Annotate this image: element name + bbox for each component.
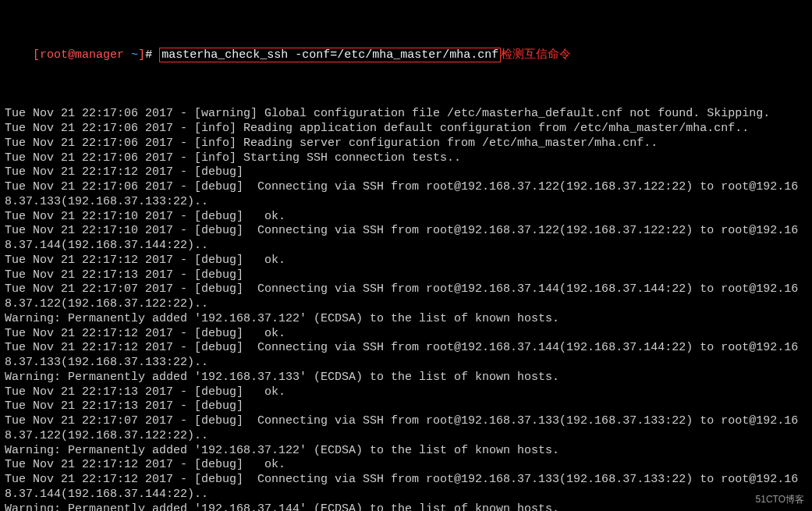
log-line: Warning: Permanently added '192.168.37.1…	[5, 312, 807, 327]
command-text: masterha_check_ssh -conf=/etc/mha_master…	[159, 48, 501, 62]
log-line: Tue Nov 21 22:17:07 2017 - [debug] Conne…	[5, 282, 807, 312]
prompt-path: ~	[131, 48, 138, 62]
log-line: Tue Nov 21 22:17:12 2017 - [debug] Conne…	[5, 473, 807, 502]
log-line: Tue Nov 21 22:17:07 2017 - [debug] Conne…	[5, 414, 807, 444]
prompt-at: @	[68, 48, 75, 62]
log-line: Tue Nov 21 22:17:06 2017 - [debug] Conne…	[5, 180, 807, 210]
log-line: Tue Nov 21 22:17:12 2017 - [debug]	[5, 165, 807, 180]
watermark-text: 51CTO博客	[756, 493, 804, 506]
terminal-output: [root@manager ~]# masterha_check_ssh -co…	[0, 0, 812, 511]
log-line: Tue Nov 21 22:17:10 2017 - [debug] ok.	[5, 210, 807, 225]
log-line: Tue Nov 21 22:17:06 2017 - [info] Starti…	[5, 151, 807, 166]
log-lines: Tue Nov 21 22:17:06 2017 - [warning] Glo…	[5, 107, 807, 511]
log-line: Tue Nov 21 22:17:06 2017 - [info] Readin…	[5, 122, 807, 137]
prompt-user: root	[40, 48, 68, 62]
log-line: Tue Nov 21 22:17:12 2017 - [debug] Conne…	[5, 341, 807, 371]
log-line: Tue Nov 21 22:17:12 2017 - [debug] ok.	[5, 327, 807, 342]
log-line: Tue Nov 21 22:17:13 2017 - [debug]	[5, 268, 807, 283]
log-line: Tue Nov 21 22:17:06 2017 - [info] Readin…	[5, 137, 807, 151]
log-line: Tue Nov 21 22:17:06 2017 - [warning] Glo…	[5, 107, 807, 122]
prompt-hash: #	[145, 48, 159, 62]
command-annotation: 检测互信命令	[501, 48, 571, 60]
log-line: Warning: Permanently added '192.168.37.1…	[5, 444, 807, 459]
log-line: Tue Nov 21 22:17:13 2017 - [debug] ok.	[5, 385, 807, 400]
prompt-open-bracket: [	[33, 48, 40, 62]
prompt-line[interactable]: [root@manager ~]# masterha_check_ssh -co…	[5, 33, 807, 78]
log-line: Tue Nov 21 22:17:12 2017 - [debug] ok.	[5, 254, 807, 268]
log-line: Warning: Permanently added '192.168.37.1…	[5, 502, 807, 512]
prompt-close-bracket: ]	[138, 48, 145, 62]
log-line: Warning: Permanently added '192.168.37.1…	[5, 371, 807, 385]
prompt-space	[124, 48, 131, 62]
prompt-host: manager	[75, 48, 124, 62]
log-line: Tue Nov 21 22:17:13 2017 - [debug]	[5, 399, 807, 414]
log-line: Tue Nov 21 22:17:10 2017 - [debug] Conne…	[5, 224, 807, 254]
log-line: Tue Nov 21 22:17:12 2017 - [debug] ok.	[5, 458, 807, 473]
